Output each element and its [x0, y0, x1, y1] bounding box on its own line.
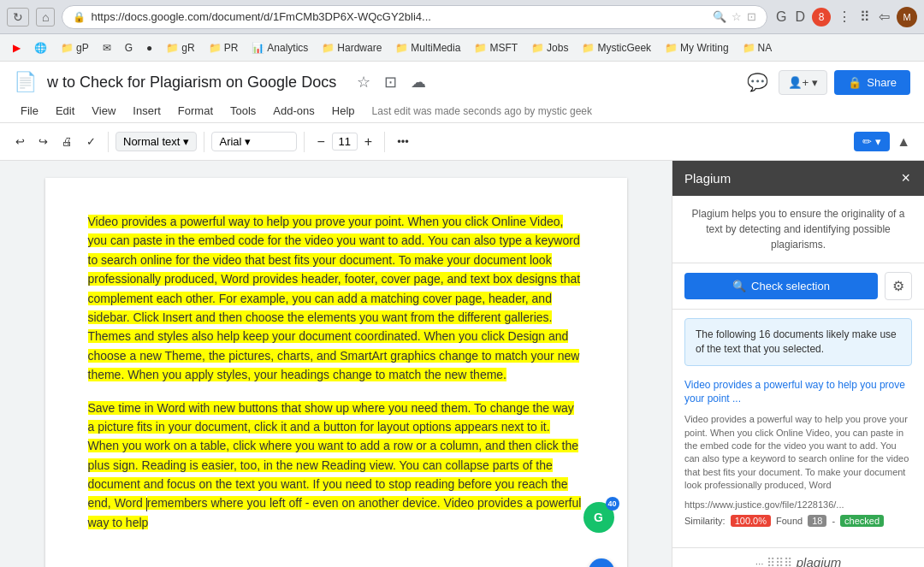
format-color-button[interactable]: ✏ ▾ [854, 132, 890, 151]
bookmark-jobs[interactable]: 📁 Jobs [525, 39, 574, 56]
bookmark-na[interactable]: 📁 NA [737, 39, 779, 56]
youtube-icon: ▶ [13, 42, 21, 54]
menu-tools[interactable]: Tools [223, 101, 263, 121]
extensions-grid-button[interactable]: ⠿ [858, 7, 872, 27]
menu-file[interactable]: File [14, 101, 45, 121]
menu-view[interactable]: View [85, 101, 122, 121]
font-size-decrease-button[interactable]: − [311, 133, 329, 151]
collapse-toolbar-button[interactable]: ▲ [893, 131, 914, 153]
font-size-increase-button[interactable]: + [359, 133, 377, 151]
menu-insert[interactable]: Insert [126, 101, 168, 121]
share-button[interactable]: 🔒 Share [834, 70, 910, 95]
unknown1-icon: 🌐 [34, 42, 47, 54]
user-avatar[interactable]: M [897, 7, 917, 27]
found-count-badge: 18 [808, 515, 826, 527]
more-menu-button[interactable]: ⋮ [836, 7, 853, 27]
bookmark-unknown1[interactable]: 🌐 [28, 39, 53, 56]
bookmark-doc-button[interactable]: ☆ [353, 69, 374, 95]
style-chevron-icon: ▾ [183, 135, 189, 148]
folder-icon-msft: 📁 [474, 42, 487, 54]
doc-title-row: 📄 w to Check for Plagiarism on Google Do… [14, 65, 910, 99]
bookmark-multimedia-label: MultiMedia [411, 42, 460, 54]
bookmark-msft[interactable]: 📁 MSFT [468, 39, 524, 56]
result-document-link[interactable]: Video provides a powerful way to help yo… [672, 375, 924, 410]
folder-icon: 📁 [61, 42, 74, 54]
bookmark-gr[interactable]: 📁 gR [160, 39, 200, 56]
menu-help[interactable]: Help [325, 101, 362, 121]
address-bar[interactable]: 🔒 https://docs.google.com/document/d/1Fm… [62, 5, 767, 29]
bookmark-mail[interactable]: ✉ [97, 39, 117, 56]
sidebar-footer: ··· ⠿⠿⠿ plagium [672, 547, 924, 567]
menu-addons[interactable]: Add-ons [266, 101, 321, 121]
bookmark-pr[interactable]: 📁 PR [203, 39, 245, 56]
bookmark-gp[interactable]: 📁 gP [55, 39, 95, 56]
doc-header-right: 💬 👤+ ▾ 🔒 Share [743, 68, 911, 96]
print-button[interactable]: 🖨 [56, 132, 78, 151]
bookmark-circle[interactable]: ● [140, 39, 158, 56]
bookmark-analytics[interactable]: 📊 Analytics [246, 39, 314, 56]
pencil-icon: ✏ [862, 135, 872, 148]
chat-button[interactable]: 💬 [743, 68, 772, 96]
menu-format[interactable]: Format [171, 101, 220, 121]
doc-page: Video provides a powerful way to help yo… [45, 178, 627, 567]
add-collaborator-button[interactable]: 👤+ ▾ [779, 70, 828, 95]
search-icon-btn: 🔍 [732, 280, 746, 292]
last-edit-status: Last edit was made seconds ago by mystic… [372, 105, 592, 117]
style-selector[interactable]: Normal text ▾ [116, 132, 197, 151]
sidebar-scroll-area[interactable]: Plagium helps you to ensure the original… [672, 196, 924, 547]
bookmark-na-label: NA [758, 42, 773, 54]
menu-edit[interactable]: Edit [49, 101, 81, 121]
similarity-badge: 100.0% [731, 515, 771, 527]
check-selection-button[interactable]: 🔍 Check selection [684, 273, 878, 299]
sidebar-title: Plagium [684, 171, 731, 186]
extensions-button[interactable]: G [774, 8, 788, 27]
cloud-status-button[interactable]: ☁ [407, 69, 429, 95]
bookmark-mywriting-label: My Writing [680, 42, 728, 54]
bookmark-hardware[interactable]: 📁 Hardware [316, 39, 388, 56]
toolbar-sep4 [384, 132, 385, 152]
send-button[interactable]: ⇦ [877, 7, 891, 27]
profile-button[interactable]: D [793, 8, 807, 27]
chevron-icon: ▾ [875, 135, 881, 148]
bookmark-mywriting[interactable]: 📁 My Writing [659, 39, 734, 56]
result-url: https://www.justice.gov/file/1228136/... [672, 498, 924, 511]
result-preview-text: Video provides a powerful way to help yo… [672, 410, 924, 497]
bookmark-gr-label: gR [181, 42, 194, 54]
browser-actions: G D 8 ⋮ ⠿ ⇦ M [774, 7, 917, 27]
floating-action-button[interactable]: + [589, 558, 614, 567]
home-button[interactable]: ⌂ [36, 8, 55, 27]
settings-button[interactable]: ⚙ [885, 272, 912, 300]
font-size-display[interactable]: 11 [332, 133, 358, 151]
move-doc-button[interactable]: ⊡ [381, 69, 400, 95]
results-banner: The following 16 documents likely make u… [684, 318, 912, 366]
bookmark-multimedia[interactable]: 📁 MultiMedia [389, 39, 466, 56]
main-area: Video provides a powerful way to help yo… [0, 161, 924, 567]
spellcheck-button[interactable]: ✓ [81, 132, 101, 151]
style-label: Normal text [123, 135, 180, 148]
reload-button[interactable]: ↻ [7, 8, 29, 27]
notifications-button[interactable]: 8 [812, 8, 831, 27]
lock-share-icon: 🔒 [848, 76, 862, 89]
doc-icon: 📄 [14, 71, 37, 93]
similarity-label: Similarity: [684, 516, 726, 526]
folder-icon-mg: 📁 [582, 42, 595, 54]
highlighted-text-1: Video provides a powerful way to help yo… [88, 215, 581, 381]
undo-button[interactable]: ↩ [10, 132, 30, 151]
doc-area[interactable]: Video provides a powerful way to help yo… [0, 161, 672, 567]
highlighted-text-4: remembers where you left off - even on a… [88, 496, 582, 529]
bookmark-analytics-label: Analytics [267, 42, 308, 54]
font-selector[interactable]: Arial ▾ [211, 132, 297, 151]
bookmark-mysticgeek[interactable]: 📁 MysticGeek [576, 39, 657, 56]
similarity-row: Similarity: 100.0% Found 18 - checked [672, 511, 924, 534]
reading-mode-icon: ⊡ [747, 10, 756, 23]
more-formatting-button[interactable]: ••• [392, 132, 414, 151]
toolbar: ↩ ↪ 🖨 ✓ Normal text ▾ Arial ▾ − 11 + •••… [0, 123, 924, 161]
bookmark-mysticgeek-label: MysticGeek [597, 42, 651, 54]
chevron-down-icon: ▾ [812, 76, 818, 89]
bookmark-google[interactable]: G [119, 39, 139, 56]
bookmark-youtube[interactable]: ▶ [7, 39, 27, 56]
sidebar-close-button[interactable]: × [899, 169, 912, 187]
redo-button[interactable]: ↪ [33, 132, 53, 151]
grammarly-badge[interactable]: G 40 [583, 502, 614, 533]
doc-paragraph-2: Save time in Word with new buttons that … [88, 399, 584, 533]
